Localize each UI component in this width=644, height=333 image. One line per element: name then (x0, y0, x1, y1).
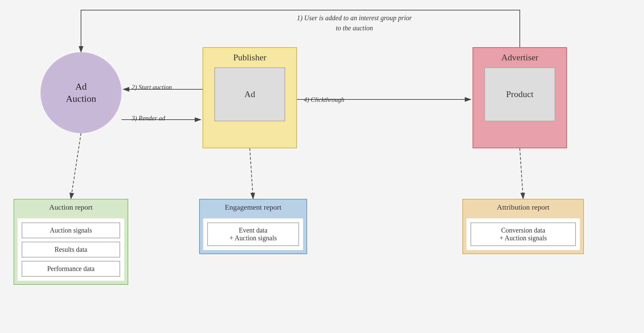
auction-report-node: Auction report Auction signals Results d… (14, 199, 128, 285)
auction-report-item-1: Auction signals (22, 222, 120, 238)
publisher-ad-label: Ad (244, 89, 255, 99)
diagram-container: Ad Auction Publisher Ad Advertiser Produ… (0, 0, 644, 333)
attribution-report-item-1: Conversion data + Auction signals (471, 222, 576, 246)
annotation-clickthrough-text: 4) Clickthrough (304, 96, 344, 103)
publisher-node: Publisher Ad (203, 47, 297, 148)
advertiser-product-label: Product (506, 89, 534, 99)
engagement-report-title: Engagement report (200, 200, 306, 215)
annotation-start-auction-text: 2) Start auction (132, 84, 172, 91)
auction-report-title: Auction report (14, 200, 128, 215)
publisher-title: Publisher (233, 53, 266, 63)
engagement-report-item-1: Event data + Auction signals (207, 222, 299, 246)
ad-auction-label: Ad (75, 81, 87, 93)
annotation-interest-group: 1) User is added to an interest group pr… (294, 13, 415, 33)
ad-auction-label2: Auction (66, 93, 96, 105)
engagement-report-node: Engagement report Event data + Auction s… (199, 199, 307, 254)
publisher-inner-ad: Ad (214, 67, 285, 121)
attribution-report-node: Attribution report Conversion data + Auc… (462, 199, 584, 254)
svg-line-6 (250, 148, 253, 199)
annotation-render-ad-text: 3) Render ad (132, 115, 165, 122)
engagement-report-body: Event data + Auction signals (203, 218, 303, 250)
svg-line-5 (71, 133, 81, 199)
annotation-interest-group-text: 1) User is added to an interest group pr… (297, 14, 412, 32)
attribution-report-title: Attribution report (463, 200, 583, 215)
annotation-start-auction: 2) Start auction (132, 84, 172, 91)
auction-report-item-2: Results data (22, 242, 120, 258)
annotation-clickthrough: 4) Clickthrough (304, 96, 344, 103)
advertiser-title: Advertiser (501, 53, 538, 63)
ad-auction-node: Ad Auction (41, 52, 122, 133)
auction-report-item-3: Performance data (22, 261, 120, 277)
attribution-report-body: Conversion data + Auction signals (466, 218, 580, 250)
svg-line-7 (520, 148, 523, 199)
advertiser-inner-product: Product (484, 67, 555, 121)
advertiser-node: Advertiser Product (473, 47, 567, 148)
annotation-render-ad: 3) Render ad (132, 115, 165, 122)
auction-report-body: Auction signals Results data Performance… (18, 218, 124, 281)
